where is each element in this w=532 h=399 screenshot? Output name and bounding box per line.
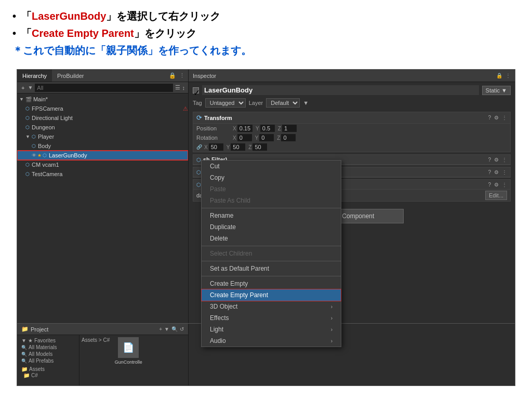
transform-title: Transform (204, 115, 232, 121)
help-icon: ? (488, 115, 491, 121)
rotation-values: X 0 Y 0 Z 0 (233, 134, 296, 141)
position-label: Position (196, 125, 233, 131)
context-menu: Cut Copy Paste Paste As Child Rename Dup… (201, 160, 341, 347)
submenu-arrow: › (331, 304, 332, 310)
refresh-icon: ↺ (180, 326, 184, 332)
warning-icon: ⚠ (183, 105, 188, 112)
sort-icon: ↕ (182, 85, 185, 91)
settings-icon: ⚙ (494, 157, 499, 163)
more-icon: ⋮ (179, 72, 185, 79)
hier-item-body[interactable]: ⬡ Body (17, 141, 188, 151)
project-panel: 📁 Project + ▼ 🔍 ↺ ▼ ★ Favorites (17, 324, 189, 385)
eye-icon: 👁 (32, 153, 36, 158)
scale-x-value[interactable]: 50 (209, 143, 223, 151)
add-button[interactable]: + (20, 85, 25, 91)
note-line: ＊これで自動的に「親子関係」を作ってくれます。 (12, 44, 520, 58)
instruction-line-2: • 「Create Empty Parent」をクリック (12, 26, 520, 41)
ctx-3d-object[interactable]: 3D Object › (202, 301, 341, 312)
ctx-set-default-parent[interactable]: Set as Default Parent (202, 263, 341, 274)
ctx-audio[interactable]: Audio › (202, 335, 341, 347)
dropdown-arrow: ▼ (501, 87, 507, 94)
scale-z-value[interactable]: 50 (252, 143, 267, 151)
ctx-sep-1 (202, 208, 341, 208)
hier-item-fpscamera[interactable]: ⬡ FPSCamera ⚠ (17, 104, 188, 113)
scale-y-value[interactable]: 50 (231, 143, 245, 151)
more-icon: ⋮ (506, 73, 511, 78)
object-icon: ⬡ (25, 125, 30, 130)
ctx-create-empty-parent[interactable]: Create Empty Parent (202, 289, 341, 301)
hier-item-lasergunbody[interactable]: 👁 ★ ⬡ LaserGunBody (17, 151, 188, 160)
material-icons: ? ⚙ ⋮ (488, 182, 507, 188)
rot-y-field: Y 0 (255, 134, 274, 141)
filter-icon: ☰ (175, 84, 180, 91)
rot-z-value[interactable]: 0 (281, 134, 296, 141)
transform-icon: ⟳ (196, 114, 202, 122)
active-checkbox[interactable]: ✓ (193, 87, 199, 94)
highlight-create-empty-parent: Create Empty Parent (32, 28, 134, 39)
ctx-effects[interactable]: Effects › (202, 312, 341, 324)
panel-icons: 🔒 ⋮ (169, 72, 188, 79)
ctx-paste: Paste (202, 183, 341, 195)
more-icon: ⋮ (502, 169, 507, 175)
favorites-models[interactable]: 🔍 All Models (19, 351, 77, 357)
ctx-duplicate[interactable]: Duplicate (202, 221, 341, 233)
hier-item-directionallight[interactable]: ⬡ Directional Light (17, 113, 188, 123)
hierarchy-content: ▼ 🎬 Main* ⬡ FPSCamera ⚠ ⬡ Directional Li… (17, 94, 188, 323)
ctx-create-empty[interactable]: Create Empty (202, 278, 341, 289)
expand-arrow: ▼ (19, 97, 24, 102)
more-icon: ⋮ (502, 182, 507, 188)
rot-x-value[interactable]: 0 (237, 134, 252, 141)
ctx-sep-3 (202, 261, 341, 261)
ctx-sep-4 (202, 276, 341, 276)
rot-y-value[interactable]: 0 (259, 134, 274, 141)
static-dropdown[interactable]: Static ▼ (482, 86, 511, 95)
renderer-icons: ? ⚙ ⋮ (488, 169, 507, 175)
edit-button[interactable]: Edit... (485, 191, 507, 200)
hier-item-cmvcam1[interactable]: ⬡ CM vcam1 (17, 160, 188, 169)
pos-x-value[interactable]: 0.15 (237, 125, 252, 132)
asset-guncontroller[interactable]: 📄 GunControlle (113, 337, 144, 365)
ctx-delete[interactable]: Delete (202, 233, 341, 244)
project-toolbar: + ▼ 🔍 ↺ (159, 326, 184, 332)
scale-values: X 50 Y 50 Z 50 (204, 143, 267, 151)
ctx-sep-2 (202, 246, 341, 246)
more-icon: ⋮ (502, 157, 507, 163)
layer-dropdown-arrow: ▼ (303, 100, 309, 106)
hier-item-dungeon[interactable]: ⬡ Dungeon (17, 123, 188, 132)
project-content: ▼ ★ Favorites 🔍 All Materials 🔍 All Mode… (17, 335, 188, 385)
hier-item-testcamera[interactable]: ⬡ TestCamera (17, 169, 188, 179)
hierarchy-panel-header: Hierarchy ProBuilder 🔒 ⋮ (17, 70, 188, 82)
ctx-cut[interactable]: Cut (202, 161, 341, 172)
layer-select[interactable]: Default (266, 98, 300, 108)
tab-probuilder[interactable]: ProBuilder (52, 70, 89, 82)
asset-label: GunControlle (115, 360, 142, 365)
instructions-area: • 「LaserGunBody」を選択して右クリック • 「Create Emp… (0, 0, 532, 69)
pos-y-value[interactable]: 0.5 (260, 125, 275, 132)
ctx-light[interactable]: Light › (202, 324, 341, 335)
favorites-prefabs[interactable]: 🔍 All Prefabs (19, 357, 77, 364)
arrow-icon: ▼ (21, 338, 26, 343)
object-icon: ⬡ (25, 171, 30, 177)
ctx-paste-as-child: Paste As Child (202, 195, 341, 206)
ctx-copy[interactable]: Copy (202, 172, 341, 183)
pos-z-value[interactable]: 1 (282, 125, 297, 132)
csharp-folder[interactable]: 📁 C# (21, 372, 75, 379)
unity-wrapper: Hierarchy ProBuilder 🔒 ⋮ + ▼ ☰ ↕ (17, 69, 515, 386)
gameobject-name[interactable]: LaserGunBody (202, 85, 479, 95)
ctx-rename[interactable]: Rename (202, 210, 341, 221)
expand-arrow: ▼ (25, 134, 30, 139)
favorites-materials[interactable]: 🔍 All Materials (19, 344, 77, 351)
hier-item-player[interactable]: ▼ ⬡ Player (17, 132, 188, 141)
dropdown-icon: ▼ (164, 326, 169, 332)
gameobject-header: ✓ LaserGunBody Static ▼ (193, 85, 511, 95)
ctx-select-children: Select Children (202, 248, 341, 259)
hierarchy-search[interactable] (35, 84, 172, 92)
hier-item-main[interactable]: ▼ 🎬 Main* (17, 95, 188, 104)
search-icon: 🔍 (21, 352, 27, 357)
tab-hierarchy[interactable]: Hierarchy (17, 70, 52, 82)
object-icon: ⬡ (25, 162, 30, 167)
tag-select[interactable]: Untagged (205, 98, 246, 108)
rotation-row: Rotation X 0 Y 0 Z (193, 133, 510, 142)
help-icon: ? (488, 169, 491, 175)
transform-header: ⟳ Transform ? ⚙ ⋮ (193, 112, 510, 124)
